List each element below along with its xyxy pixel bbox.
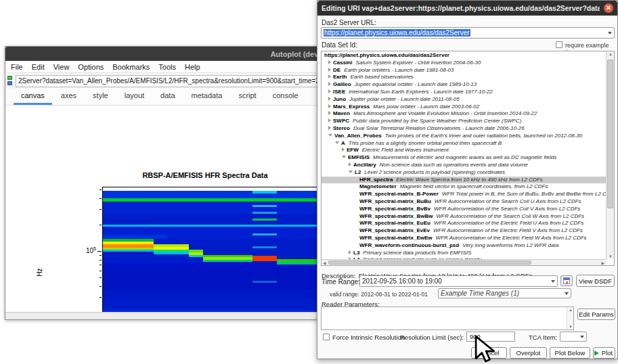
tab-axes[interactable]: axes [53, 89, 84, 105]
tree-item-l2[interactable]: L2Level 2 science products in payload (s… [322, 169, 606, 177]
menu-options[interactable]: Options [78, 63, 104, 71]
tab-style[interactable]: style [85, 89, 116, 105]
horizontal-scrollbar-thumb[interactable] [328, 260, 531, 265]
chevron-down-icon[interactable] [349, 170, 353, 173]
menu-help[interactable]: Help [185, 63, 200, 71]
menu-tools[interactable]: Tools [158, 63, 176, 71]
edit-params-button[interactable]: Edit Params [577, 309, 615, 320]
tree-item-wfr-waveform-continuous-burst-psd[interactable]: WFR_waveform-continuous-burst_psdVery lo… [322, 242, 606, 250]
menu-file[interactable]: File [11, 63, 23, 71]
reader-params-textarea[interactable]: ▲ ▼ [321, 306, 574, 330]
server-url-combo[interactable]: https://planet.physics.uiowa.edu/das/das… [321, 27, 615, 39]
tree-item-stereo[interactable]: StereoDual Solar Terrestrial Relation Ob… [322, 125, 606, 133]
tree-item-desc: Dual Solar Terrestrial Relation Observat… [353, 125, 525, 131]
scroll-down-icon[interactable]: ▼ [569, 325, 573, 329]
tree-item-desc: Twin probes of the Earth's inner and out… [385, 133, 582, 139]
tree-item-earth[interactable]: EarthEarth based observatories [322, 74, 606, 81]
tree-item-van-allen-probes[interactable]: Van_Allen_ProbesTwin probes of the Earth… [322, 133, 606, 140]
tree-item-mars-express[interactable]: Mars_ExpressMars polar orbiter - Launch … [322, 104, 606, 111]
dataset-tree-panel: https://planet.physics.uiowa.edu/das/das… [321, 51, 615, 266]
chevron-right-icon[interactable] [349, 162, 351, 166]
chevron-right-icon[interactable] [328, 104, 331, 108]
chevron-down-icon[interactable] [342, 156, 346, 158]
scroll-up-icon[interactable]: ▲ [609, 52, 613, 56]
time-range-label: Time Range: [322, 278, 360, 286]
chevron-right-icon[interactable] [328, 68, 331, 72]
tree-item-name: Magnetometer [359, 183, 397, 189]
menu-edit[interactable]: Edit [32, 63, 45, 71]
chevron-down-icon[interactable] [565, 292, 569, 295]
chevron-down-icon[interactable] [335, 141, 339, 144]
chevron-right-icon[interactable] [328, 82, 331, 86]
tree-item-desc: Public data provided by the Space Weathe… [353, 118, 521, 124]
require-example-time-checkbox[interactable] [556, 41, 562, 48]
menu-bookmarks[interactable]: Bookmarks [112, 63, 150, 71]
force-intrinsic-resolution-checkbox[interactable] [323, 334, 330, 340]
example-time-ranges-combo[interactable]: Example Time Ranges (1) [438, 288, 571, 298]
chevron-right-icon[interactable] [349, 250, 351, 254]
tree-item-hfr-spectra[interactable]: HFR_spectraElectric Wave Spectra from 10… [322, 177, 606, 184]
tree-item-ancillary[interactable]: AncillaryNon-science data such as operat… [322, 162, 606, 169]
calendar-button[interactable] [560, 275, 573, 286]
tree-item-wfr-spectral-matrix-bubu[interactable]: WFR_spectral-matrix_BuBuWFR Autocorrelat… [322, 198, 606, 206]
tree-item-wfr-spectral-matrix-ewew[interactable]: WFR_spectral-matrix_EwEwWFR Autocorrelat… [322, 235, 606, 242]
overplot-button[interactable]: Overplot [510, 347, 547, 359]
tree-item-a[interactable]: AThis probe has a slightly shorter orbit… [322, 140, 606, 147]
tree-item-https-planet-physics-uiowa-edu-das-das2server[interactable]: https://planet.physics.uiowa.edu/das/das… [322, 52, 606, 60]
chevron-right-icon[interactable] [328, 74, 331, 78]
tree-item-wfr-spectral-matrix-bvbv[interactable]: WFR_spectral-matrix_BvBvWFR Autocorrelat… [322, 206, 606, 213]
time-range-combo[interactable]: 2012-09-25 16:00 to 19:00 [359, 275, 558, 287]
tab-script[interactable]: script [231, 89, 263, 105]
chevron-right-icon[interactable] [328, 89, 331, 93]
chevron-right-icon[interactable] [342, 147, 345, 152]
vertical-scrollbar-thumb[interactable] [607, 60, 613, 208]
dataset-tree: https://planet.physics.uiowa.edu/das/das… [322, 52, 606, 259]
tree-item-de[interactable]: DEEarth polar orbiters - Launch date 198… [322, 67, 606, 74]
tab-console[interactable]: console [265, 89, 306, 105]
vertical-scrollbar[interactable]: ▲ ▼ [606, 51, 614, 259]
tree-item-cassini[interactable]: CassiniSaturn System Explorer - Orbit In… [322, 60, 606, 67]
chevron-right-icon[interactable] [328, 97, 331, 101]
tab-metadata[interactable]: metadata [184, 89, 230, 105]
tree-item-l3[interactable]: L3Primary science data products from EMF… [322, 250, 606, 257]
chevron-down-icon[interactable] [608, 32, 612, 35]
tree-item-emfisis[interactable]: EMFISISMeasurements of electric and magn… [322, 154, 606, 162]
tca-item-combo[interactable] [560, 332, 587, 342]
tree-item-wfr-spectral-matrix-evev[interactable]: WFR_spectral-matrix_EvEvWFR Autocorrelat… [322, 227, 606, 235]
plot-button[interactable]: Plot [593, 347, 615, 359]
scroll-right-icon[interactable]: ▶ [601, 260, 604, 265]
tree-item-magnetometer[interactable]: MagnetometerMagnetic field vector in spa… [322, 183, 606, 191]
tab-canvas[interactable]: canvas [14, 89, 52, 105]
horizontal-scrollbar[interactable]: ◀ ▶ [322, 259, 606, 265]
chevron-down-icon[interactable] [580, 336, 584, 338]
chevron-right-icon[interactable] [328, 111, 331, 115]
y-minor-tick [100, 189, 102, 190]
menu-view[interactable]: View [53, 63, 70, 71]
tree-item-maven[interactable]: MavenMars Atmosphere and Volatile Evolut… [322, 110, 606, 118]
tree-item-juno[interactable]: JunoJupiter polar orbiter - Launch date … [322, 96, 606, 104]
tree-item-swpc[interactable]: SWPCPublic data provided by the Space We… [322, 118, 606, 125]
scroll-up-icon[interactable]: ▲ [569, 308, 573, 312]
scroll-left-icon[interactable]: ◀ [323, 260, 326, 265]
tree-item-wfr-spectral-matrix-bwbw[interactable]: WFR_spectral-matrix_BwBwWFR Autocorrelat… [322, 213, 606, 221]
tab-layout[interactable]: layout [117, 89, 152, 105]
dialog-titlebar[interactable]: Editing URI vap+das2server:https://plane… [317, 1, 617, 16]
tree-item-isee[interactable]: ISEEInternational Sun-Earth Explorers - … [322, 89, 606, 96]
scroll-down-icon[interactable]: ▼ [609, 254, 613, 258]
tree-item-name: WFR_spectral-matrix_EuEu [359, 220, 431, 226]
plot-below-button[interactable]: Plot Below [550, 347, 590, 359]
tree-item-efw[interactable]: EFWElectric Field and Waves Instrument [322, 147, 606, 154]
close-icon[interactable]: ✕ [604, 3, 613, 13]
tab-data[interactable]: data [153, 89, 182, 105]
view-dsdf-button[interactable]: View DSDF [576, 275, 615, 287]
chevron-right-icon[interactable] [328, 118, 331, 122]
tree-item-galileo[interactable]: GalileoJupiter equatorial orbiter - Laun… [322, 81, 606, 89]
tree-item-wfr-spectral-matrix-eueu[interactable]: WFR_spectral-matrix_EuEuWFR Autocorrelat… [322, 220, 606, 227]
chevron-down-icon[interactable] [328, 134, 332, 137]
textarea-scrollbar[interactable]: ▲ ▼ [567, 307, 573, 329]
tree-item-wfr-spectral-matrix-b-power[interactable]: WFR_spectral-matrix_B-PowerWFR Total pow… [322, 191, 606, 198]
tree-item-name: EFW [347, 147, 359, 153]
chevron-right-icon[interactable] [328, 60, 331, 64]
chevron-right-icon[interactable] [328, 126, 331, 130]
chevron-down-icon[interactable] [551, 280, 555, 283]
